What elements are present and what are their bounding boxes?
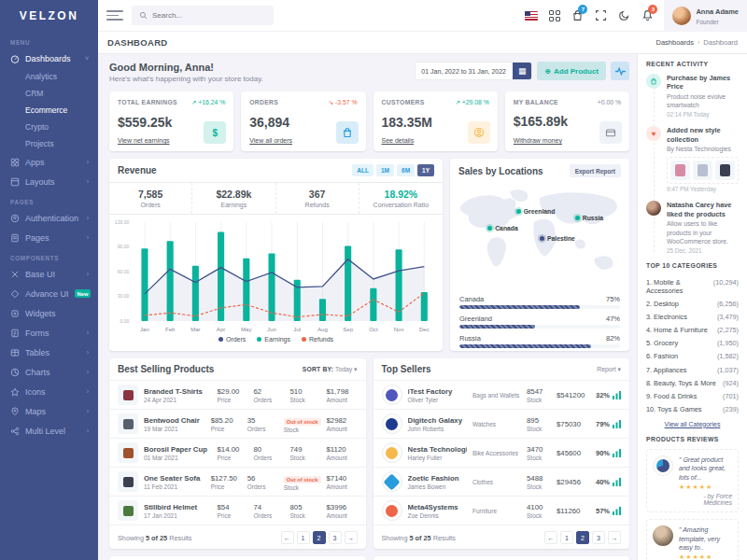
page-3-button[interactable]: 3 [329,531,342,544]
page-1-button[interactable]: 1 [297,531,310,544]
sidebar-item-ecommerce[interactable]: Ecommerce [0,102,98,119]
list-item[interactable]: 7. Appliances(1,037) [646,363,739,376]
sidebar-item-advance-ui[interactable]: Advance UI New [0,284,98,303]
page-prev-button[interactable]: ← [281,531,294,544]
tables-row: Best Selling Products SORT BY: Today ▾ B… [109,358,629,549]
review-card[interactable]: " Great product and looks great, lots of… [646,449,739,512]
sidebar-item-multi-level[interactable]: Multi Level › [0,421,98,441]
product-thumb[interactable] [670,161,690,180]
page-next-button[interactable]: → [345,531,358,544]
filter-6m-button[interactable]: 6M [397,164,415,176]
date-range-input[interactable] [416,63,513,79]
sidebar-item-label: Dashboards [25,54,71,63]
legend-earnings[interactable]: Earnings [257,336,290,343]
sidebar-item-crm[interactable]: CRM [0,85,98,102]
page-prev-button[interactable]: ← [544,531,557,544]
hamburger-menu-icon[interactable] [106,7,123,24]
stat-link[interactable]: See details [382,137,415,144]
list-item[interactable]: Natasha Carey have liked the products Al… [646,201,739,253]
sidebar-item-pages[interactable]: Pages › [0,228,98,247]
sidebar-item-widgets[interactable]: Widgets [0,303,98,323]
list-item[interactable]: 10. Toys & Games(239) [646,403,739,416]
activity-pulse-button[interactable] [611,62,629,80]
sidebar-item-layouts[interactable]: Layouts › [0,172,98,191]
sidebar-item-label: Layouts [25,177,55,187]
legend-refunds[interactable]: Refunds [302,336,333,343]
map-marker-russia[interactable]: Russia [575,215,603,221]
world-map[interactable]: Greenland Canada Russia Palestine [456,185,624,289]
table-row[interactable]: Stillbird Helmet17 Jan 2021 $54Price 74O… [109,496,366,525]
list-item[interactable]: Purchase by James Price Product noise ev… [646,74,739,118]
profile-menu[interactable]: Anna Adame Founder [664,0,747,32]
filter-all-button[interactable]: ALL [352,164,374,176]
table-row[interactable]: Borosil Paper Cup01 Mar 2021 $14.00Price… [109,438,366,467]
review-card[interactable]: " Amazing template, very easy to.. ★★★★★… [646,519,739,560]
cart-badge: 7 [578,5,587,14]
list-item[interactable]: 9. Food & Drinks(701) [646,389,739,402]
list-item[interactable]: 2. Desktop(6,256) [646,297,739,310]
sidebar-item-dashboards[interactable]: Dashboards ˅ [0,49,98,68]
list-item[interactable]: 8. Beauty, Toys & More(924) [646,376,739,389]
search-box[interactable] [132,6,274,25]
cart-button[interactable]: 7 [566,0,589,32]
sidebar-item-crypto[interactable]: Crypto [0,119,98,135]
stat-link[interactable]: View net earnings [118,137,170,144]
table-row[interactable]: Branded T-Shirts24 Apr 2021 $29.00Price … [109,380,366,409]
calendar-button[interactable]: ▦ [513,63,531,79]
notifications-button[interactable]: 3 [636,0,659,32]
list-item[interactable]: 1. Mobile & Accessories(10,294) [646,275,739,297]
sidebar-item-forms[interactable]: Forms › [0,323,98,343]
sidebar-item-base-ui[interactable]: Base UI › [0,264,98,284]
page-1-button[interactable]: 1 [560,531,573,544]
list-item[interactable]: 3. Electronics(3,479) [646,310,739,323]
chevron-right-icon: › [87,234,89,241]
export-report-button[interactable]: Export Report [570,164,621,177]
sidebar-item-projects[interactable]: Projects [0,135,98,152]
map-marker-canada[interactable]: Canada [487,225,518,231]
sidebar-item-maps[interactable]: Maps › [0,401,98,421]
breadcrumb-parent[interactable]: Dashboards [656,38,694,47]
table-row[interactable]: Bentwood Chair19 Mar 2021 $85.20Price 35… [109,409,366,438]
list-item[interactable]: 4. Home & Furniture(2,275) [646,324,739,337]
sidebar-item-authentication[interactable]: Authentication › [0,208,98,228]
list-item[interactable]: 5. Grocery(1,950) [646,337,739,350]
product-thumb[interactable] [693,161,712,180]
map-marker-greenland[interactable]: Greenland [516,208,556,215]
table-row[interactable]: Digitech GalaxyJohn Roberts Watches 895S… [374,409,630,438]
sidebar-item-charts[interactable]: Charts › [0,362,98,382]
page-2-button[interactable]: 2 [313,531,326,544]
sidebar-item-tables[interactable]: Tables › [0,343,98,362]
fullscreen-button[interactable] [589,0,613,32]
product-thumb[interactable] [715,161,735,180]
table-row[interactable]: Nesta TechnologiesHarley Fuller Bike Acc… [374,438,630,467]
page-3-button[interactable]: 3 [592,531,605,544]
table-row[interactable]: Meta4SystemsZoe Dennis Furniture 4100Sto… [374,496,630,525]
sidebar-item-icons[interactable]: Icons › [0,382,98,401]
language-flag-button[interactable] [519,0,543,32]
brand-logo[interactable]: VELZON [0,0,98,32]
report-dropdown[interactable]: Report ▾ [597,366,621,373]
stat-link[interactable]: Withdraw money [514,137,562,144]
list-item[interactable]: ♥ Added new style collection By Nesta Te… [646,126,739,192]
map-marker-palestine[interactable]: Palestine [540,235,575,242]
sidebar-item-analytics[interactable]: Analytics [0,68,98,85]
filter-1m-button[interactable]: 1M [376,164,394,176]
sidebar-item-apps[interactable]: Apps › [0,152,98,172]
svg-text:Apr: Apr [217,327,225,332]
table-row[interactable]: iTest FactoryOliver Tyler Bags and Walle… [374,380,630,409]
dark-mode-button[interactable] [613,0,636,32]
stat-link[interactable]: View all orders [249,137,292,144]
table-footer: Showing 5 of 25 Results ← 1 2 3 → [109,525,366,549]
filter-1y-button[interactable]: 1Y [417,164,434,176]
add-product-button[interactable]: ⊕Add Product [537,62,606,80]
page-2-button[interactable]: 2 [576,531,589,544]
table-row[interactable]: One Seater Sofa11 Feb 2021 $127.50Price … [109,467,366,496]
view-all-categories-link[interactable]: View all Categories [646,421,739,427]
list-item[interactable]: 6. Fashion(1,582) [646,350,739,363]
search-input[interactable] [152,11,266,20]
page-next-button[interactable]: → [608,531,621,544]
sort-by-dropdown[interactable]: SORT BY: Today ▾ [303,366,358,373]
legend-orders[interactable]: Orders [218,336,246,343]
table-row[interactable]: Zoetic FashionJames Bowen Clothes 5488St… [374,467,630,496]
web-apps-button[interactable] [543,0,566,32]
